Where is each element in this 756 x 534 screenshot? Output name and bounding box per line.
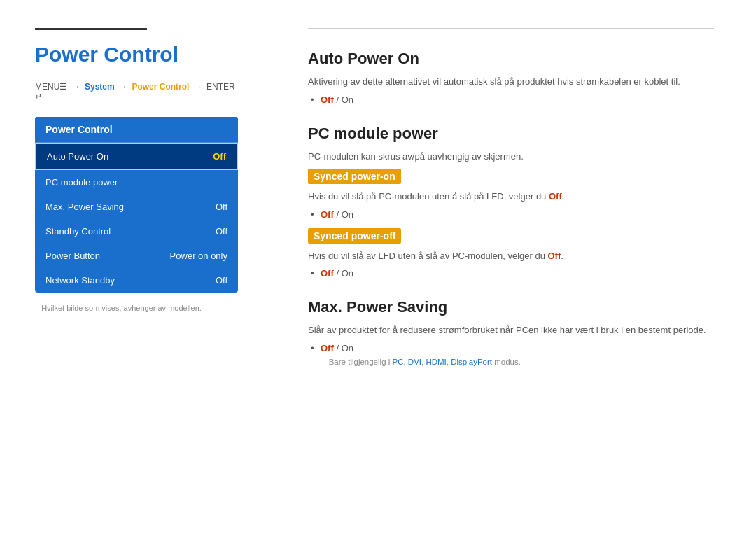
menu-item-network-standby-value: Off	[216, 275, 227, 286]
page-title: Power Control	[35, 43, 238, 66]
menu-item-standby-value: Off	[216, 226, 227, 237]
menu-item-standby-label: Standby Control	[46, 226, 111, 237]
top-divider-line	[308, 28, 714, 29]
synced-power-on-badge: Synced power-on	[308, 169, 401, 184]
menu-item-network-standby-label: Network Standby	[46, 275, 115, 286]
breadcrumb-menu: MENU	[35, 82, 59, 92]
breadcrumb: MENU ☰ → System → Power Control → ENTER …	[35, 82, 238, 101]
note-displayport: DisplayPort	[451, 358, 492, 366]
synced-power-on-off-inline: Off	[549, 191, 562, 202]
left-panel: Power Control MENU ☰ → System → Power Co…	[0, 0, 266, 534]
footnote: – Hvilket bilde som vises, avhenger av m…	[35, 304, 238, 312]
menu-item-auto-power-on-label: Auto Power On	[47, 151, 108, 162]
menu-item-pc-module-power[interactable]: PC module power	[35, 170, 238, 195]
section-pc-module: PC module power PC-modulen kan skrus av/…	[308, 125, 714, 279]
menu-box: Power Control Auto Power On Off PC modul…	[35, 117, 238, 293]
synced-power-on-off: Off	[321, 209, 334, 220]
synced-power-off-on: / On	[336, 268, 354, 279]
menu-item-pc-module-label: PC module power	[46, 177, 118, 188]
synced-power-on-desc: Hvis du vil slå på PC-modulen uten å slå…	[308, 190, 714, 204]
synced-power-off-badge: Synced power-off	[308, 228, 401, 244]
menu-item-max-power-label: Max. Power Saving	[46, 202, 124, 212]
menu-item-auto-power-on[interactable]: Auto Power On Off	[35, 143, 238, 170]
synced-power-off-block: Synced power-off Hvis du vil slå av LFD …	[308, 228, 714, 279]
pc-module-desc: PC-modulen kan skrus av/på uavhengig av …	[308, 150, 714, 164]
breadcrumb-enter-symbol: ↵	[35, 92, 42, 101]
max-power-saving-desc: Slår av produktet for å redusere strømfo…	[308, 323, 714, 337]
synced-power-on-bullet: Off / On	[308, 209, 714, 220]
section-max-power-saving: Max. Power Saving Slår av produktet for …	[308, 298, 714, 366]
top-line-decoration	[35, 28, 147, 30]
breadcrumb-enter: ENTER	[206, 82, 235, 92]
breadcrumb-system: System	[85, 82, 115, 92]
max-power-saving-title: Max. Power Saving	[308, 298, 714, 316]
auto-power-on-off: Off	[321, 94, 334, 105]
section-auto-power-on: Auto Power On Aktivering av dette altern…	[308, 50, 714, 105]
synced-power-off-bullet: Off / On	[308, 268, 714, 279]
menu-item-max-power-value: Off	[216, 202, 227, 212]
synced-power-on-on: / On	[336, 209, 354, 220]
max-power-saving-note: Bare tilgjengelig i PC, DVI, HDMI, Displ…	[308, 358, 714, 366]
menu-item-network-standby[interactable]: Network Standby Off	[35, 268, 238, 293]
breadcrumb-power-control: Power Control	[132, 82, 189, 92]
breadcrumb-arrow3: →	[191, 82, 204, 92]
auto-power-on-title: Auto Power On	[308, 50, 714, 68]
menu-item-max-power-saving[interactable]: Max. Power Saving Off	[35, 195, 238, 219]
note-hdmi: HDMI	[426, 358, 446, 366]
menu-item-power-button[interactable]: Power Button Power on only	[35, 244, 238, 268]
synced-power-off-desc: Hvis du vil slå av LFD uten å slå av PC-…	[308, 249, 714, 263]
menu-item-standby-control[interactable]: Standby Control Off	[35, 219, 238, 244]
auto-power-on-bullet: Off / On	[308, 94, 714, 105]
menu-header: Power Control	[35, 117, 238, 143]
menu-item-power-button-value: Power on only	[170, 251, 227, 261]
auto-power-on-on: / On	[336, 94, 354, 105]
note-dvi: DVI	[408, 358, 421, 366]
right-panel: Auto Power On Aktivering av dette altern…	[266, 0, 756, 534]
breadcrumb-arrow2: →	[117, 82, 130, 92]
max-power-saving-bullet: Off / On	[308, 343, 714, 353]
breadcrumb-menu-symbol: ☰	[59, 82, 67, 92]
pc-module-title: PC module power	[308, 125, 714, 143]
synced-power-off-off: Off	[321, 268, 334, 279]
breadcrumb-arrow1: →	[69, 82, 83, 92]
synced-power-on-block: Synced power-on Hvis du vil slå på PC-mo…	[308, 169, 714, 220]
menu-item-power-button-label: Power Button	[46, 251, 100, 261]
auto-power-on-desc: Aktivering av dette alternativet vil aut…	[308, 75, 714, 89]
synced-power-off-off-inline: Off	[548, 251, 561, 261]
max-power-saving-off: Off	[321, 343, 334, 353]
note-pc: PC	[392, 358, 403, 366]
menu-item-auto-power-on-value: Off	[213, 151, 226, 162]
max-power-saving-on: / On	[336, 343, 354, 353]
